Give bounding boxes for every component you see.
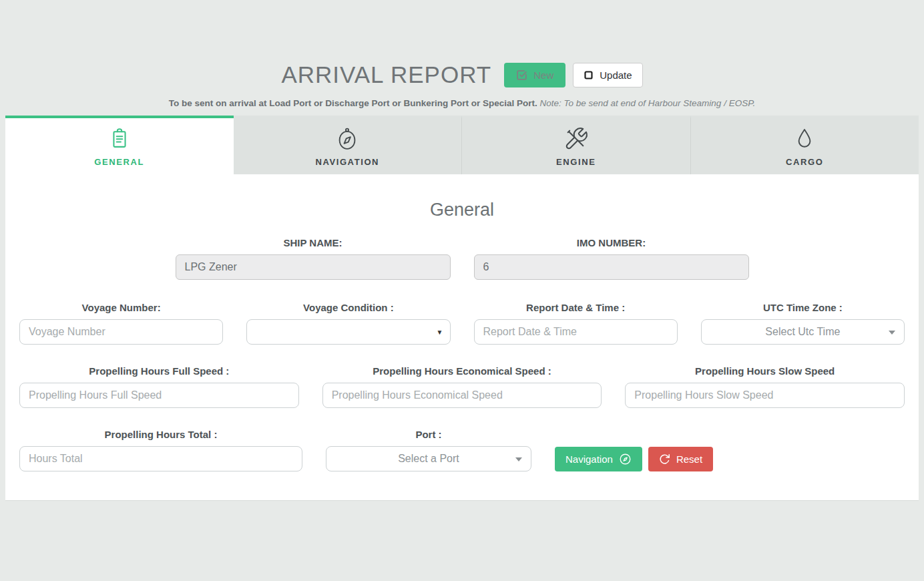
ship-name-label: SHIP NAME: — [176, 237, 451, 248]
navigation-button[interactable]: Navigation — [555, 447, 642, 471]
voyage-condition-label: Voyage Condition : — [246, 302, 450, 313]
section-heading: General — [5, 174, 919, 220]
port-value: Select a Port — [398, 453, 459, 465]
form-actions: Navigation Reset — [555, 429, 905, 471]
voyage-number-input[interactable] — [19, 319, 223, 345]
voyage-condition-select[interactable]: ▼ — [246, 319, 450, 345]
chevron-down-icon: ▼ — [437, 329, 443, 336]
ship-name-input — [176, 254, 451, 280]
imo-number-input — [474, 254, 749, 280]
check-square-icon — [516, 69, 527, 81]
propelling-eco-label: Propelling Hours Economical Speed : — [322, 365, 602, 377]
page-title: ARRIVAL REPORT — [281, 61, 491, 88]
report-datetime-label: Report Date & Time : — [474, 302, 678, 313]
report-tab-bar: GENERAL NAVIGATION ENGINE CARGO — [5, 116, 919, 174]
update-button-label: Update — [600, 69, 632, 81]
tab-general-label: GENERAL — [94, 157, 144, 167]
voyage-row: Voyage Number: Voyage Condition : ▼ Repo… — [5, 302, 919, 345]
propelling-eco-input[interactable] — [322, 383, 602, 408]
utc-timezone-select[interactable]: Select Utc Time — [701, 319, 905, 345]
new-button[interactable]: New — [504, 63, 565, 87]
utc-timezone-value: Select Utc Time — [765, 326, 840, 338]
navigation-button-label: Navigation — [565, 453, 613, 465]
propelling-full-label: Propelling Hours Full Speed : — [19, 365, 299, 377]
tab-engine[interactable]: ENGINE — [461, 116, 690, 174]
reset-button-label: Reset — [676, 453, 702, 465]
square-icon — [584, 70, 594, 80]
propelling-slow-input[interactable] — [625, 383, 905, 408]
ship-identity-row: SHIP NAME: IMO NUMBER: — [5, 237, 919, 280]
utc-timezone-label: UTC Time Zone : — [701, 302, 905, 313]
compass-icon — [619, 453, 632, 465]
propelling-slow-label: Propelling Hours Slow Speed — [625, 365, 905, 377]
new-button-label: New — [533, 69, 553, 81]
clipboard-icon — [107, 126, 132, 152]
report-subtitle: To be sent on arrival at Load Port or Di… — [0, 98, 924, 108]
chevron-down-icon — [515, 457, 522, 461]
general-tab-panel: General SHIP NAME: IMO NUMBER: Voyage Nu… — [5, 174, 919, 501]
tab-cargo-label: CARGO — [786, 157, 823, 167]
compass-icon — [334, 126, 360, 152]
voyage-number-label: Voyage Number: — [19, 302, 223, 313]
reset-button[interactable]: Reset — [648, 447, 713, 471]
report-datetime-input[interactable] — [474, 319, 678, 345]
chevron-down-icon — [889, 331, 895, 335]
tab-general[interactable]: GENERAL — [5, 116, 234, 174]
port-select[interactable]: Select a Port — [326, 446, 531, 471]
propelling-total-label: Propelling Hours Total : — [19, 429, 302, 440]
subtitle-main: To be sent on arrival at Load Port or Di… — [169, 98, 537, 108]
tab-cargo[interactable]: CARGO — [690, 116, 919, 174]
droplet-icon — [792, 126, 817, 152]
refresh-icon — [659, 453, 670, 465]
tab-engine-label: ENGINE — [556, 157, 596, 167]
total-port-row: Propelling Hours Total : Port : Select a… — [5, 429, 919, 471]
tab-navigation-label: NAVIGATION — [315, 157, 379, 167]
tools-icon — [563, 126, 589, 152]
page-header: ARRIVAL REPORT New Update — [0, 0, 924, 88]
propelling-full-input[interactable] — [19, 383, 299, 408]
tab-navigation[interactable]: NAVIGATION — [234, 116, 462, 174]
propelling-hours-row: Propelling Hours Full Speed : Propelling… — [5, 365, 919, 408]
subtitle-note: Note: To be send at end of Harbour Steam… — [539, 98, 755, 108]
imo-number-label: IMO NUMBER: — [474, 237, 749, 248]
update-button[interactable]: Update — [573, 63, 642, 87]
port-label: Port : — [326, 429, 531, 440]
propelling-total-input[interactable] — [19, 446, 302, 471]
